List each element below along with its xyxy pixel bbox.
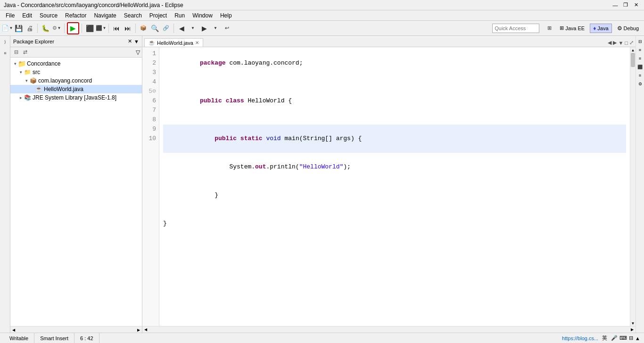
tb-btn2[interactable]: ⬛▼ — [96, 23, 106, 33]
jre-icon: 📚 — [24, 94, 31, 101]
tab-scroll-left[interactable]: ◀ — [608, 40, 611, 46]
tb-back-drop[interactable]: ▼ — [188, 23, 198, 33]
rs-btn4[interactable]: ⬛ — [636, 63, 644, 71]
menu-refactor[interactable]: Refactor — [61, 11, 90, 20]
tree-jre[interactable]: ▸ 📚 JRE System Library [JavaSE-1.8] — [10, 93, 142, 102]
package-explorer: Package Explorer ✕ ▼ ⊟ ⇄ ▽ ▾ 📁 Concordan… — [10, 36, 142, 333]
perspective-debug[interactable]: ⚙ Debug — [614, 24, 642, 33]
tb-fwd-drop[interactable]: ▼ — [210, 23, 221, 33]
tb-prev[interactable]: ⏮ — [111, 23, 122, 33]
tb-link[interactable]: 🔗 — [161, 23, 171, 33]
hs-right[interactable]: ▶ — [629, 326, 636, 333]
tab-list-btn[interactable]: ▼ — [618, 40, 623, 46]
editor-tab-controls: ◀ ▶ ▼ □ ⤢ — [608, 40, 634, 46]
line-num-3: 3 — [142, 68, 159, 77]
line-num-4: 4 — [142, 77, 159, 87]
code-content[interactable]: package com.laoyang.concord; public clas… — [159, 47, 630, 326]
pe-scroll-left[interactable]: ◀ — [10, 326, 17, 333]
tb-next[interactable]: ⏭ — [123, 23, 133, 33]
sep5 — [135, 24, 136, 33]
pe-scroll-track[interactable] — [17, 326, 135, 333]
ls-btn1[interactable]: ⟩ — [1, 38, 9, 46]
tb-pkg[interactable]: 📦 — [138, 23, 149, 33]
ls-btn2[interactable]: ≡ — [1, 49, 9, 58]
menu-search[interactable]: Search — [120, 11, 146, 20]
code-line-2 — [163, 77, 626, 87]
run-play-button[interactable]: ▶ — [67, 22, 79, 34]
tree-package[interactable]: ▾ 📦 com.laoyang.concord — [10, 76, 142, 85]
pe-collapse-btn[interactable]: ⊟ — [12, 49, 20, 56]
close-button[interactable]: ✕ — [632, 1, 640, 9]
menu-edit[interactable]: Edit — [18, 11, 36, 20]
window-title: Java - Concordance/src/com/laoyang/conco… — [4, 2, 183, 8]
open-perspective-btn[interactable]: ⊞ — [544, 23, 554, 33]
tb-search[interactable]: 🔍 — [149, 23, 160, 33]
run-icon: ⚙ — [52, 25, 57, 31]
title-bar: Java - Concordance/src/com/laoyang/conco… — [0, 0, 644, 10]
rs-btn5[interactable]: ≡ — [636, 72, 644, 79]
scroll-down-btn[interactable]: ▼ — [630, 320, 636, 326]
scroll-up-btn[interactable]: ▲ — [630, 47, 636, 53]
sep2 — [64, 24, 65, 33]
pe-menu-icon[interactable]: ▼ — [134, 39, 139, 44]
rs-btn1[interactable]: ⊟ — [636, 38, 644, 45]
tree-src[interactable]: ▾ 📁 src — [10, 68, 142, 76]
code-line-8 — [163, 209, 626, 219]
tb-last-edit[interactable]: ↩ — [222, 23, 232, 33]
right-strip: ⊟ ≡ ≡ ⬛ ≡ ⚙ — [636, 36, 644, 333]
perspective-java[interactable]: ♦ Java — [590, 24, 611, 33]
tb-back[interactable]: ◀ — [176, 23, 187, 33]
status-mic-icon[interactable]: 🎤 — [611, 335, 618, 341]
package-icon: 📦 — [29, 77, 37, 84]
pe-link-btn[interactable]: ⇄ — [21, 49, 29, 56]
save-button[interactable]: 💾 — [13, 23, 24, 33]
tree-concordance[interactable]: ▾ 📁 Concordance — [10, 59, 142, 68]
editor-tab-helloworld[interactable]: ☕ HelloWorld.java ✕ — [144, 38, 203, 47]
rs-btn3[interactable]: ≡ — [636, 55, 644, 62]
menu-help[interactable]: Help — [216, 11, 236, 20]
tab-max-btn[interactable]: ⤢ — [629, 40, 634, 46]
arrow-src: ▾ — [18, 70, 24, 75]
status-url: https://blog.cs... — [562, 335, 598, 341]
menu-navigate[interactable]: Navigate — [90, 11, 120, 20]
scroll-thumb[interactable] — [631, 53, 635, 67]
main-layout: ⟩ ≡ Package Explorer ✕ ▼ ⊟ ⇄ ▽ ▾ 📁 Conco… — [0, 36, 644, 333]
debug-button[interactable]: 🐛 — [40, 23, 50, 33]
hs-track[interactable] — [149, 326, 629, 333]
scroll-track[interactable] — [630, 53, 636, 320]
tab-label: HelloWorld.java — [157, 40, 193, 46]
menu-source[interactable]: Source — [36, 11, 61, 20]
tb-fwd[interactable]: ▶ — [199, 23, 209, 33]
new-button[interactable]: 📄▼ — [2, 23, 12, 33]
run-dropdown[interactable]: ⚙ ▼ — [51, 23, 62, 33]
tree-helloworld[interactable]: ▸ ☕ HelloWorld.java — [10, 85, 142, 93]
hs-left[interactable]: ◀ — [142, 326, 149, 333]
tab-scroll-right[interactable]: ▶ — [613, 40, 617, 46]
quick-access-box — [492, 24, 539, 33]
menu-file[interactable]: File — [2, 11, 18, 20]
arrow-jre: ▸ — [18, 95, 24, 100]
menu-window[interactable]: Window — [189, 11, 216, 20]
arrow-pkg: ▾ — [24, 78, 29, 83]
sep3 — [82, 24, 82, 33]
minimize-button[interactable]: — — [611, 1, 619, 9]
status-sys2: ▲ — [635, 335, 640, 341]
pe-close-icon[interactable]: ✕ — [128, 38, 132, 44]
rs-btn6[interactable]: ⚙ — [636, 80, 644, 88]
status-keyboard-icon[interactable]: ⌨ — [619, 335, 627, 341]
left-strip: ⟩ ≡ — [0, 36, 10, 333]
menu-run[interactable]: Run — [171, 11, 189, 20]
menu-project[interactable]: Project — [146, 11, 171, 20]
tb-stop[interactable]: ⬛ — [84, 23, 95, 33]
pe-view-menu[interactable]: ▽ — [136, 49, 140, 56]
print-button[interactable]: 🖨 — [25, 23, 35, 33]
tab-restore-btn[interactable]: □ — [625, 40, 628, 46]
perspective-javaee[interactable]: ⊞ Java EE — [556, 24, 588, 33]
helloworld-label: HelloWorld.java — [44, 86, 83, 92]
pe-scroll-right[interactable]: ▶ — [135, 326, 142, 333]
maximize-button[interactable]: ❐ — [621, 1, 630, 9]
tab-close-btn[interactable]: ✕ — [195, 40, 199, 45]
rs-btn2[interactable]: ≡ — [636, 46, 644, 54]
quick-access-input[interactable] — [492, 24, 539, 33]
concordance-label: Concordance — [27, 60, 60, 67]
